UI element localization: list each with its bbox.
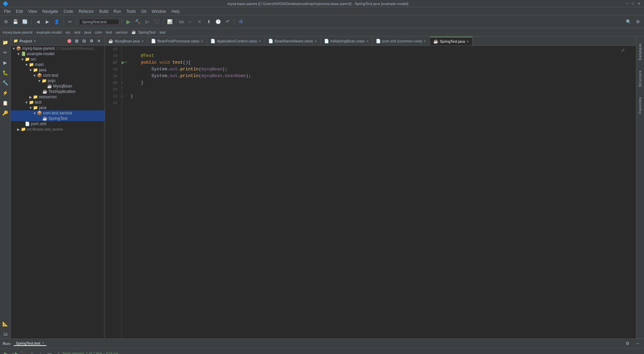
menu-item-edit[interactable]: Edit (13, 8, 26, 14)
tree-item-springtest[interactable]: ▶ ☕ SpringTest (11, 116, 105, 121)
breadcrumb-com[interactable]: com (95, 30, 102, 34)
sort-az-btn[interactable]: ↓ (37, 350, 44, 354)
menu-item-view[interactable]: View (26, 8, 40, 14)
run-gutter-icon[interactable]: ▶ (122, 59, 124, 66)
git-commit-icon[interactable]: ✓ (186, 18, 194, 26)
sidebar-project-icon[interactable]: 📁 (1, 38, 10, 47)
menu-item-build[interactable]: Build (96, 8, 111, 14)
run-minimize-btn[interactable]: ─ (634, 340, 641, 347)
sidebar-commit-icon[interactable]: ✏ (1, 48, 10, 57)
breadcrumb-test2[interactable]: test (106, 30, 112, 34)
minimize-button[interactable]: ─ (625, 1, 629, 6)
tab-beanpostprocessor[interactable]: 📄 BeanPostProcessor.class ✕ (148, 37, 207, 45)
rerun-pass-btn[interactable]: ✓▶ (11, 350, 18, 354)
back-icon[interactable]: ◀ (34, 18, 42, 26)
expand-tests-btn[interactable]: >> (46, 350, 53, 354)
maximize-button[interactable]: □ (631, 1, 635, 6)
tab-myxqbean[interactable]: ☕ MyxqBean.java ✕ (105, 37, 148, 45)
tab-myxqbean-close[interactable]: ✕ (141, 39, 144, 43)
menu-item-navigate[interactable]: Navigate (40, 8, 61, 14)
breadcrumb-springtest[interactable]: SpringTest (138, 30, 156, 34)
fold-gutter-icon[interactable]: ▽ (125, 59, 127, 66)
code-lines[interactable]: @Test public void test(){ System.out.pri… (128, 46, 636, 339)
fold-icon-22[interactable]: ▷ (122, 93, 124, 100)
sidebar-structure-icon[interactable]: 🗂 (1, 329, 10, 339)
code-editor[interactable]: 15 16 17 18 19 20 21 22 23 ▶ ▽ (105, 46, 636, 339)
git-history-icon[interactable]: 🕐 (214, 18, 222, 26)
tree-item-com-test[interactable]: ▼ 📦 com.test (11, 73, 105, 78)
breadcrumb-root[interactable]: myxq-base-parent (3, 30, 33, 34)
run-button[interactable]: ▶ (124, 18, 132, 26)
menu-item-code[interactable]: Code (61, 8, 76, 14)
tab-initializingbean[interactable]: 📄 InitializingBean.class ✕ (321, 37, 372, 45)
stop-icon[interactable]: ⬛ (153, 18, 161, 26)
tree-item-main[interactable]: ▼ 📁 main (11, 62, 105, 67)
sort-tests-btn[interactable]: ↕ (28, 350, 36, 354)
structure-panel-label[interactable]: Structure (638, 70, 642, 87)
rerun-btn[interactable]: ▶ (2, 350, 9, 354)
menu-item-help[interactable]: Help (169, 8, 183, 14)
breadcrumb-service[interactable]: service (116, 30, 128, 34)
tree-item-testapplication[interactable]: ▶ ☕ TestApplication (11, 89, 105, 94)
favorites-panel-label[interactable]: Favorites (638, 97, 642, 114)
run-tab-close[interactable]: ✕ (42, 341, 44, 345)
tree-item-ext-libs[interactable]: ▶ 📁 ext.libraries.test_service (11, 127, 105, 132)
sidebar-debug-icon[interactable]: 🐛 (1, 68, 10, 77)
run-tab-springtest[interactable]: SpringTest.test ✕ (14, 341, 46, 346)
database-panel-label[interactable]: Database (638, 43, 642, 60)
breadcrumb-java[interactable]: java (84, 30, 91, 34)
git-pull-icon[interactable]: ⬇ (205, 18, 213, 26)
user-icon[interactable]: 👤 (53, 18, 61, 26)
locate-file-btn[interactable]: 🎯 (66, 38, 72, 44)
tab-ib-close[interactable]: ✕ (366, 39, 369, 43)
git-revert-icon[interactable]: ↶ (224, 18, 232, 26)
tab-pom-close[interactable]: ✕ (424, 39, 426, 43)
branch-selector[interactable]: SpringTest.test (79, 19, 119, 25)
tree-item-pojo[interactable]: ▼ 📁 pojo (11, 78, 105, 83)
breadcrumb-test[interactable]: test (75, 30, 81, 34)
tab-pomxml[interactable]: 📄 pom.xml (common-core) ✕ (372, 37, 430, 45)
close-button[interactable]: ✕ (637, 1, 641, 6)
sidebar-tool3-icon[interactable]: 📋 (1, 98, 10, 108)
sync-icon[interactable]: 🔄 (21, 18, 29, 26)
coverage-icon[interactable]: 📊 (166, 18, 174, 26)
menu-item-refactor[interactable]: Refactor (76, 8, 96, 14)
tab-bna-close[interactable]: ✕ (314, 39, 317, 43)
tree-item-example-model[interactable]: ▼ 📗 example-model (11, 51, 105, 57)
fold-icon-20[interactable]: ▷ (122, 79, 124, 86)
sidebar-tool1-icon[interactable]: 🔧 (1, 78, 10, 87)
project-dropdown-icon[interactable]: ▼ (33, 39, 36, 43)
settings-icon[interactable]: ⚙ (2, 18, 10, 26)
run-settings-btn[interactable]: ⚙ (624, 340, 631, 347)
stop-test-btn[interactable]: ⬛ (19, 350, 27, 354)
settings-gear-icon[interactable]: ⚙ (634, 18, 642, 26)
breadcrumb-src[interactable]: src (66, 30, 71, 34)
tree-item-root[interactable]: ▼ 📦 myxq-base-parent C:\Users\64434\Desk… (11, 46, 105, 51)
tab-appcontext[interactable]: 📄 ApplicationContext.class ✕ (207, 37, 265, 45)
tree-item-test[interactable]: ▼ 📁 test (11, 100, 105, 105)
menu-item-run[interactable]: Run (111, 8, 124, 14)
build-all-icon[interactable]: 🔨 (134, 18, 142, 26)
collapse-all-btn[interactable]: ⊟ (81, 38, 87, 44)
tab-ac-close[interactable]: ✕ (258, 39, 261, 43)
sidebar-bottom-icon[interactable]: 📐 (1, 319, 10, 328)
menu-item-git[interactable]: Git (138, 8, 149, 14)
hide-panel-btn[interactable]: ✕ (96, 38, 102, 44)
project-settings-btn[interactable]: ⚙ (88, 38, 94, 44)
tab-springtest[interactable]: ☕ SpringTest.java ✕ (430, 37, 473, 45)
save-icon[interactable]: 💾 (11, 18, 19, 26)
tab-beannameaware[interactable]: 📄 BeanNameAware.class ✕ (265, 37, 321, 45)
sidebar-tool4-icon[interactable]: 🔑 (1, 108, 10, 118)
undo-icon[interactable]: ↩ (66, 18, 74, 26)
search-everywhere-icon[interactable]: 🔍 (625, 18, 633, 26)
sidebar-tool2-icon[interactable]: ⚡ (1, 88, 10, 98)
tree-item-resources[interactable]: ▶ 📁 resources (11, 94, 105, 100)
menu-item-tools[interactable]: Tools (124, 8, 138, 14)
tree-item-myxqbean[interactable]: ▶ ☕ MyxqBean (11, 83, 105, 89)
tree-item-pomxml[interactable]: ▶ 📄 pom.xml (11, 121, 105, 127)
tree-item-src[interactable]: ▼ 📁 src (11, 57, 105, 62)
tree-item-java-main[interactable]: ▼ 📁 java (11, 67, 105, 73)
tab-st-close[interactable]: ✕ (466, 40, 469, 43)
menu-item-file[interactable]: File (1, 8, 13, 14)
breadcrumb-module[interactable]: example-model (36, 30, 62, 34)
